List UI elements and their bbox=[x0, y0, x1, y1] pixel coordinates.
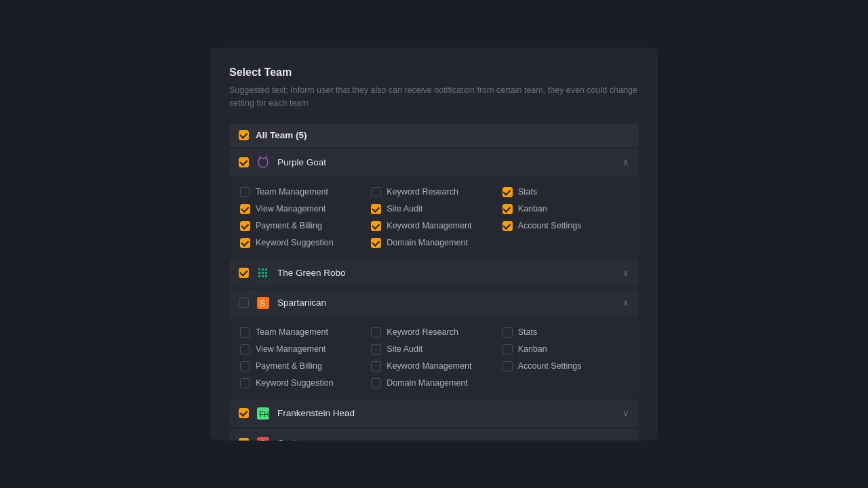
permission-checkbox[interactable] bbox=[240, 361, 250, 371]
team-icon-cyclops bbox=[256, 436, 271, 441]
team-group-purple-goat: Purple Goat∧Team ManagementKeyword Resea… bbox=[229, 148, 639, 258]
permission-label: Payment & Billing bbox=[256, 221, 322, 230]
permission-label: Account Settings bbox=[518, 221, 582, 230]
permission-checkbox[interactable] bbox=[371, 327, 381, 338]
svg-rect-1 bbox=[262, 268, 264, 270]
permissions-grid-purple-goat: Team ManagementKeyword ResearchStatsView… bbox=[229, 178, 639, 258]
team-header-cyclops[interactable]: Cyclops∨ bbox=[229, 429, 639, 441]
team-chevron-frankenstein-head: ∨ bbox=[623, 408, 629, 418]
permission-label: Site Audit bbox=[387, 344, 422, 354]
permission-label: Keyword Management bbox=[387, 361, 471, 371]
permission-checkbox[interactable] bbox=[371, 204, 381, 214]
permission-item[interactable]: Kanban bbox=[502, 344, 628, 354]
team-checkbox-spartanican[interactable] bbox=[239, 298, 249, 308]
permission-checkbox[interactable] bbox=[240, 204, 250, 214]
permission-label: Kanban bbox=[518, 344, 547, 354]
team-chevron-purple-goat: ∧ bbox=[623, 157, 629, 167]
team-chevron-green-robo: ∨ bbox=[623, 268, 629, 278]
modal-subtitle: Suggested text: Inform user that they al… bbox=[229, 84, 639, 110]
permission-item[interactable]: Site Audit bbox=[371, 344, 496, 354]
permission-checkbox[interactable] bbox=[502, 221, 513, 231]
svg-rect-8 bbox=[265, 275, 267, 277]
team-checkbox-frankenstein-head[interactable] bbox=[239, 408, 249, 418]
team-chevron-spartanican: ∧ bbox=[623, 298, 629, 308]
permission-checkbox[interactable] bbox=[502, 327, 513, 338]
team-icon-spartanican: S bbox=[256, 296, 271, 310]
svg-rect-0 bbox=[258, 268, 260, 270]
permission-label: View Management bbox=[256, 204, 326, 214]
permission-checkbox[interactable] bbox=[502, 361, 513, 371]
permission-checkbox[interactable] bbox=[371, 187, 381, 197]
all-team-checkbox[interactable] bbox=[239, 130, 249, 140]
permission-item[interactable]: View Management bbox=[240, 204, 366, 214]
permission-label: Site Audit bbox=[387, 204, 422, 214]
all-team-row[interactable]: All Team (5) bbox=[229, 123, 639, 147]
permission-item[interactable]: Team Management bbox=[240, 327, 366, 338]
permission-checkbox[interactable] bbox=[240, 238, 250, 248]
team-checkbox-cyclops[interactable] bbox=[239, 438, 249, 441]
permission-label: Kanban bbox=[518, 204, 547, 214]
permission-item[interactable]: Stats bbox=[502, 327, 628, 338]
team-icon-purple-goat bbox=[256, 155, 271, 170]
team-icon-green-robo bbox=[256, 266, 271, 281]
team-group-green-robo: The Green Robo∨ bbox=[229, 259, 639, 287]
team-header-purple-goat[interactable]: Purple Goat∧ bbox=[229, 148, 639, 177]
svg-rect-6 bbox=[258, 275, 260, 277]
team-name-cyclops: Cyclops bbox=[277, 438, 616, 441]
permission-item[interactable]: Keyword Suggestion bbox=[240, 378, 366, 388]
permission-checkbox[interactable] bbox=[240, 327, 250, 338]
permission-item[interactable]: Kanban bbox=[502, 204, 628, 214]
permission-label: Stats bbox=[518, 327, 538, 337]
team-header-green-robo[interactable]: The Green Robo∨ bbox=[229, 259, 639, 287]
team-checkbox-purple-goat[interactable] bbox=[239, 157, 249, 167]
permission-checkbox[interactable] bbox=[371, 361, 381, 371]
permission-label: Keyword Research bbox=[387, 327, 458, 337]
team-chevron-cyclops: ∨ bbox=[623, 438, 629, 441]
team-group-spartanican: SSpartanican∧Team ManagementKeyword Rese… bbox=[229, 289, 639, 398]
permission-item[interactable]: Keyword Management bbox=[371, 361, 496, 371]
permission-item[interactable]: Payment & Billing bbox=[240, 361, 366, 371]
permission-checkbox[interactable] bbox=[240, 344, 250, 354]
svg-rect-7 bbox=[262, 275, 264, 277]
permission-checkbox[interactable] bbox=[371, 238, 381, 248]
permission-checkbox[interactable] bbox=[240, 187, 250, 197]
permission-item[interactable]: View Management bbox=[240, 344, 366, 354]
permission-checkbox[interactable] bbox=[371, 344, 381, 354]
permission-label: Keyword Management bbox=[387, 221, 471, 230]
permission-label: Domain Management bbox=[387, 378, 468, 388]
permission-checkbox[interactable] bbox=[502, 344, 513, 354]
permission-item[interactable]: Keyword Research bbox=[371, 327, 496, 338]
permission-label: Account Settings bbox=[518, 361, 582, 371]
svg-text:S: S bbox=[260, 299, 265, 308]
permission-checkbox[interactable] bbox=[371, 378, 381, 388]
permission-checkbox[interactable] bbox=[371, 221, 381, 231]
team-checkbox-green-robo[interactable] bbox=[239, 268, 249, 278]
svg-rect-2 bbox=[265, 268, 267, 270]
permission-checkbox[interactable] bbox=[502, 204, 513, 214]
all-team-label: All Team (5) bbox=[256, 130, 307, 140]
team-name-purple-goat: Purple Goat bbox=[277, 157, 616, 167]
team-group-cyclops: Cyclops∨ bbox=[229, 429, 639, 441]
permission-label: View Management bbox=[256, 344, 326, 354]
permission-label: Keyword Research bbox=[387, 187, 458, 197]
permission-item[interactable]: Stats bbox=[502, 187, 628, 197]
permission-item[interactable]: Payment & Billing bbox=[240, 221, 366, 231]
team-header-frankenstein-head[interactable]: FHFrankenstein Head∨ bbox=[229, 399, 639, 428]
permission-checkbox[interactable] bbox=[502, 187, 513, 197]
permission-checkbox[interactable] bbox=[240, 221, 250, 231]
svg-text:FH: FH bbox=[259, 410, 269, 418]
permission-item[interactable]: Account Settings bbox=[502, 221, 628, 231]
permission-checkbox[interactable] bbox=[240, 378, 250, 388]
team-header-spartanican[interactable]: SSpartanican∧ bbox=[229, 289, 639, 317]
permission-item[interactable]: Site Audit bbox=[371, 204, 496, 214]
permission-item[interactable]: Keyword Suggestion bbox=[240, 238, 366, 248]
permission-item[interactable]: Account Settings bbox=[502, 361, 628, 371]
team-name-green-robo: The Green Robo bbox=[277, 268, 616, 278]
permission-item[interactable]: Team Management bbox=[240, 187, 366, 197]
permission-item[interactable]: Keyword Research bbox=[371, 187, 496, 197]
svg-rect-5 bbox=[265, 272, 267, 274]
permission-item[interactable]: Domain Management bbox=[371, 238, 496, 248]
team-group-frankenstein-head: FHFrankenstein Head∨ bbox=[229, 399, 639, 428]
permission-item[interactable]: Keyword Management bbox=[371, 221, 496, 231]
permission-item[interactable]: Domain Management bbox=[371, 378, 496, 388]
